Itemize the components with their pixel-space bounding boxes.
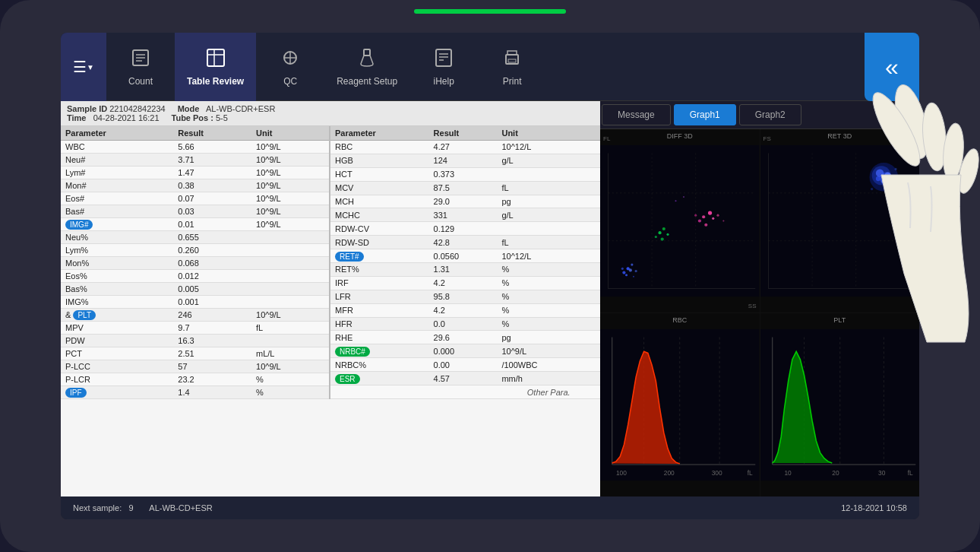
- result-cell: 0.000: [429, 344, 498, 358]
- top-indicator: [414, 9, 566, 14]
- result-cell: 0.0: [429, 317, 498, 331]
- main-content: Sample ID 221042842234 Mode AL-WB-CDR+ES…: [61, 101, 919, 496]
- svg-point-39: [655, 236, 657, 238]
- result-cell: 5.66: [173, 141, 251, 154]
- result-cell: 0.01: [173, 218, 251, 231]
- param-cell: Eos%: [61, 270, 173, 283]
- table-row: ESR4.57mm/h: [330, 372, 600, 385]
- svg-point-37: [658, 231, 661, 234]
- param-cell: Eos#: [61, 192, 173, 205]
- result-cell: 0.38: [173, 179, 251, 192]
- unit-cell: 10^9/L: [251, 309, 330, 322]
- table-row: WBC5.6610^9/L: [61, 141, 330, 154]
- table-row: Mon%0.068: [61, 257, 330, 270]
- ret3d-svg: [760, 129, 920, 312]
- nav-table-review[interactable]: Table Review: [175, 33, 256, 101]
- svg-rect-52: [760, 145, 920, 297]
- tab-graph1[interactable]: Graph1: [674, 104, 736, 125]
- result-cell: 4.57: [429, 372, 498, 385]
- param-cell: RDW-SD: [330, 236, 429, 249]
- result-cell: 2.51: [173, 347, 251, 360]
- svg-point-50: [675, 200, 676, 201]
- param-badge: NRBC#: [335, 347, 370, 357]
- unit-cell: mm/h: [497, 372, 600, 385]
- unit-cell: 10^9/L: [251, 179, 330, 192]
- param-cell: [330, 385, 429, 399]
- unit-cell: %: [251, 373, 330, 386]
- param-cell: IMG%: [61, 296, 173, 309]
- col-param-left: Parameter: [61, 126, 173, 141]
- result-cell: 0.129: [429, 222, 498, 236]
- param-badge: IMG#: [65, 220, 93, 230]
- tab-graph2[interactable]: Graph2: [739, 104, 801, 125]
- unit-cell: 10^12/L: [497, 141, 600, 154]
- svg-point-33: [629, 268, 632, 271]
- param-badge: PLT: [73, 310, 96, 320]
- result-cell: 124: [429, 154, 498, 167]
- device-screen: ☰ ▼ Count: [61, 33, 919, 519]
- unit-cell: [497, 167, 600, 181]
- svg-rect-16: [436, 49, 451, 66]
- result-cell: 3.71: [173, 154, 251, 167]
- result-cell: 95.8: [429, 290, 498, 303]
- nav-ihelp-label: iHelp: [434, 76, 454, 87]
- result-cell: 87.5: [429, 181, 498, 195]
- table-row: PCT2.51mL/L: [61, 347, 330, 360]
- diff3d-label: DIFF 3D: [667, 132, 693, 140]
- svg-text:30: 30: [878, 469, 886, 477]
- svg-point-51: [683, 196, 684, 198]
- tab-message[interactable]: Message: [602, 104, 671, 125]
- ret3d-fs-label: FS: [763, 135, 771, 142]
- param-cell: MCV: [330, 181, 429, 195]
- nav-ihelp[interactable]: iHelp: [409, 33, 478, 101]
- result-cell: 0.260: [173, 244, 251, 257]
- result-cell: 42.8: [429, 236, 498, 249]
- result-cell: 331: [429, 208, 498, 222]
- svg-point-49: [722, 220, 724, 221]
- menu-button[interactable]: ☰ ▼: [61, 33, 106, 101]
- svg-point-3: [955, 147, 980, 195]
- nav-qc[interactable]: QC: [256, 33, 324, 101]
- unit-cell: Other Para.: [497, 385, 600, 399]
- nav-reagent-setup[interactable]: Reagent Setup: [324, 33, 409, 101]
- table-row: Bas#0.0310^9/L: [61, 205, 330, 218]
- unit-cell: 10^9/L: [251, 218, 330, 231]
- param-cell: Neu%: [61, 231, 173, 244]
- col-param-right: Parameter: [330, 126, 429, 141]
- svg-text:200: 200: [664, 469, 675, 477]
- unit-cell: 10^9/L: [251, 360, 330, 373]
- svg-point-38: [662, 227, 665, 230]
- svg-point-42: [702, 215, 705, 218]
- svg-point-36: [635, 270, 637, 272]
- param-cell: P-LCC: [61, 360, 173, 373]
- param-cell: RDW-CV: [330, 222, 429, 236]
- unit-cell: [497, 222, 600, 236]
- svg-point-40: [666, 233, 669, 236]
- table-row: IPF1.4%: [61, 386, 330, 399]
- svg-point-66: [887, 179, 890, 182]
- diff3d-fl-label: FL: [603, 135, 610, 142]
- back-icon: «: [885, 53, 899, 81]
- unit-cell: 10^9/L: [251, 167, 330, 179]
- unit-cell: [251, 296, 330, 309]
- svg-text:20: 20: [832, 469, 839, 477]
- result-cell: 0.0560: [429, 249, 498, 263]
- param-cell: Lym%: [61, 244, 173, 257]
- svg-point-48: [694, 214, 697, 217]
- table-row: Lym%0.260: [61, 244, 330, 257]
- param-cell: Mon#: [61, 179, 173, 192]
- table-row: Eos#0.0710^9/L: [61, 192, 330, 205]
- unit-cell: fL: [497, 181, 600, 195]
- nav-count-label: Count: [128, 76, 153, 87]
- nav-print[interactable]: Print: [478, 33, 546, 101]
- result-cell: 0.005: [173, 283, 251, 296]
- table-row: HCT0.373: [330, 167, 600, 181]
- result-cell: 0.068: [173, 257, 251, 270]
- unit-cell: %: [497, 290, 600, 303]
- nav-back-button[interactable]: «: [865, 33, 919, 101]
- param-cell: HFR: [330, 317, 429, 331]
- nav-count[interactable]: Count: [106, 33, 175, 101]
- param-cell: MCH: [330, 195, 429, 208]
- param-cell: IRF: [330, 276, 429, 290]
- svg-point-43: [708, 211, 712, 214]
